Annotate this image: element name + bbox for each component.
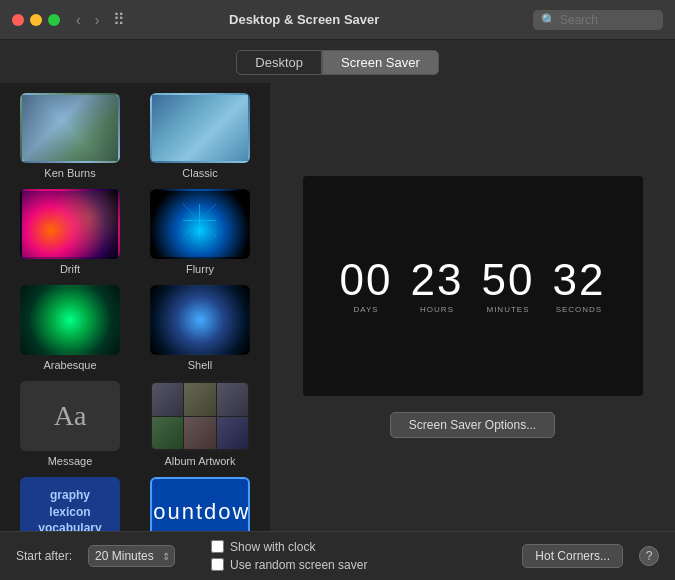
countdown-hours-value: 23 (411, 258, 464, 302)
ken-burns-thumbnail (20, 93, 120, 163)
classic-label: Classic (182, 167, 217, 179)
checkboxes-group: Show with clock Use random screen saver (211, 540, 367, 572)
flurry-thumbnail (150, 189, 250, 259)
tab-screensaver[interactable]: Screen Saver (322, 50, 439, 75)
show-with-clock-checkbox[interactable] (211, 540, 224, 553)
countdown-thumbnail: Countdown (150, 477, 250, 531)
countdown-hours: 23 HOURS (411, 258, 464, 314)
start-after-select[interactable]: 1 Minute 2 Minutes 5 Minutes 10 Minutes … (88, 545, 175, 567)
screensaver-item-classic[interactable]: Classic (140, 93, 260, 179)
arabesque-label: Arabesque (43, 359, 96, 371)
countdown-minutes: 50 MINUTES (482, 258, 535, 314)
countdown-minutes-value: 50 (482, 258, 535, 302)
tabs-bar: Desktop Screen Saver (0, 40, 675, 83)
screensaver-item-drift[interactable]: Drift (10, 189, 130, 275)
traffic-lights (12, 14, 60, 26)
screen-saver-options-button[interactable]: Screen Saver Options... (390, 412, 555, 438)
search-bar[interactable]: 🔍 (533, 10, 663, 30)
word-of-the-day-thumbnail: graphylexiconvocabulary (20, 477, 120, 531)
screensaver-list: Ken Burns Classic Drift Flurry Arabesque… (0, 83, 270, 531)
screensaver-item-shell[interactable]: Shell (140, 285, 260, 371)
show-with-clock-row: Show with clock (211, 540, 367, 554)
countdown-days-value: 00 (340, 258, 393, 302)
close-button[interactable] (12, 14, 24, 26)
countdown-seconds-value: 32 (552, 258, 605, 302)
main-content: Ken Burns Classic Drift Flurry Arabesque… (0, 83, 675, 531)
shell-label: Shell (188, 359, 212, 371)
drift-thumbnail (20, 189, 120, 259)
arabesque-thumbnail (20, 285, 120, 355)
flurry-label: Flurry (186, 263, 214, 275)
minimize-button[interactable] (30, 14, 42, 26)
message-label: Message (48, 455, 93, 467)
album-artwork-thumbnail (150, 381, 250, 451)
start-after-label: Start after: (16, 549, 72, 563)
use-random-label: Use random screen saver (230, 558, 367, 572)
search-icon: 🔍 (541, 13, 556, 27)
preview-area: 00 DAYS 23 HOURS 50 MINUTES 32 SECONDS S… (270, 83, 675, 531)
shell-thumbnail (150, 285, 250, 355)
countdown-display: 00 DAYS 23 HOURS 50 MINUTES 32 SECONDS (340, 258, 606, 314)
bottom-bar: Start after: 1 Minute 2 Minutes 5 Minute… (0, 531, 675, 579)
help-button[interactable]: ? (639, 546, 659, 566)
screensaver-item-album-artwork[interactable]: Album Artwork (140, 381, 260, 467)
screensaver-item-flurry[interactable]: Flurry (140, 189, 260, 275)
start-after-wrapper[interactable]: 1 Minute 2 Minutes 5 Minutes 10 Minutes … (88, 545, 175, 567)
countdown-seconds: 32 SECONDS (552, 258, 605, 314)
search-input[interactable] (560, 13, 655, 27)
message-thumbnail: Aa (20, 381, 120, 451)
screensaver-item-ken-burns[interactable]: Ken Burns (10, 93, 130, 179)
countdown-thumbnail-text: Countdown (150, 499, 250, 525)
hot-corners-button[interactable]: Hot Corners... (522, 544, 623, 568)
countdown-minutes-label: MINUTES (486, 305, 529, 314)
window-title: Desktop & Screen Saver (75, 12, 533, 27)
screensaver-item-message[interactable]: Aa Message (10, 381, 130, 467)
show-with-clock-label: Show with clock (230, 540, 315, 554)
classic-thumbnail (150, 93, 250, 163)
preview-screen: 00 DAYS 23 HOURS 50 MINUTES 32 SECONDS (303, 176, 643, 396)
countdown-days-label: DAYS (353, 305, 378, 314)
drift-label: Drift (60, 263, 80, 275)
ken-burns-label: Ken Burns (44, 167, 95, 179)
titlebar: ‹ › ⠿ Desktop & Screen Saver 🔍 (0, 0, 675, 40)
countdown-days: 00 DAYS (340, 258, 393, 314)
use-random-row: Use random screen saver (211, 558, 367, 572)
maximize-button[interactable] (48, 14, 60, 26)
screensaver-item-word-of-the-day[interactable]: graphylexiconvocabulary Word of the Day (10, 477, 130, 531)
tab-desktop[interactable]: Desktop (236, 50, 322, 75)
album-artwork-label: Album Artwork (165, 455, 236, 467)
screensaver-item-countdown[interactable]: Countdown Countdown (140, 477, 260, 531)
screensaver-item-arabesque[interactable]: Arabesque (10, 285, 130, 371)
countdown-seconds-label: SECONDS (556, 305, 603, 314)
use-random-checkbox[interactable] (211, 558, 224, 571)
countdown-hours-label: HOURS (420, 305, 454, 314)
